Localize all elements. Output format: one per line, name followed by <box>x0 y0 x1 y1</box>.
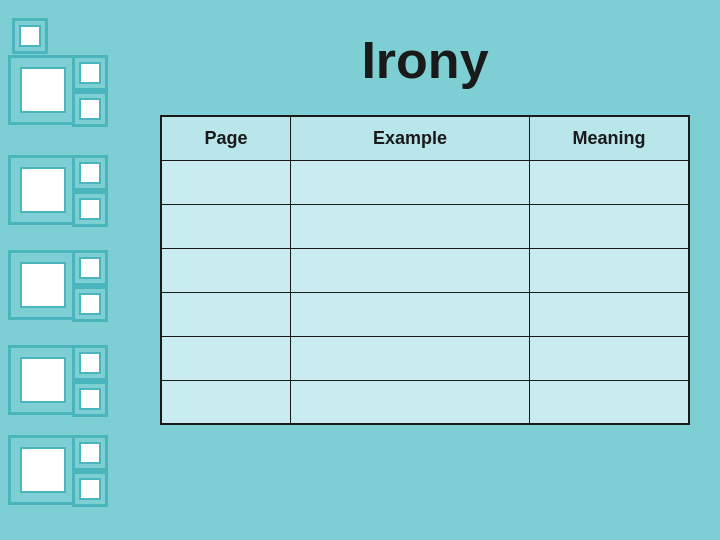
deco-small-1b <box>72 91 108 127</box>
cell-example <box>290 292 529 336</box>
deco-big-2 <box>8 155 78 225</box>
cell-page <box>161 248 290 292</box>
cell-page <box>161 380 290 424</box>
deco-small-4a <box>72 345 108 381</box>
deco-small-3b <box>72 286 108 322</box>
cell-example <box>290 160 529 204</box>
deco-square-inner <box>79 388 101 410</box>
deco-square-inner <box>20 167 66 213</box>
cell-meaning <box>530 336 690 380</box>
deco-square-outer <box>8 55 78 125</box>
deco-square-inner <box>79 198 101 220</box>
deco-square-outer <box>72 250 108 286</box>
deco-square-outer <box>72 471 108 507</box>
deco-square-inner <box>20 357 66 403</box>
cell-meaning <box>530 248 690 292</box>
table-row <box>161 336 689 380</box>
cell-page <box>161 292 290 336</box>
table-row <box>161 204 689 248</box>
deco-square-inner <box>79 162 101 184</box>
deco-square-inner <box>20 67 66 113</box>
cell-example <box>290 204 529 248</box>
deco-big-5 <box>8 435 78 505</box>
cell-example <box>290 380 529 424</box>
deco-square-outer <box>8 345 78 415</box>
table-row <box>161 248 689 292</box>
header-page: Page <box>161 116 290 160</box>
deco-square-outer <box>12 18 48 54</box>
cell-meaning <box>530 292 690 336</box>
deco-square-inner <box>79 478 101 500</box>
deco-big-1 <box>8 55 78 125</box>
deco-square-outer <box>72 345 108 381</box>
deco-square-outer <box>8 435 78 505</box>
deco-square-outer <box>72 191 108 227</box>
deco-small-5b <box>72 471 108 507</box>
header-example: Example <box>290 116 529 160</box>
header-meaning: Meaning <box>530 116 690 160</box>
deco-square-inner <box>79 352 101 374</box>
main-content: Irony Page Example Meaning <box>130 0 720 540</box>
deco-big-4 <box>8 345 78 415</box>
deco-square-outer <box>8 250 78 320</box>
cell-meaning <box>530 160 690 204</box>
deco-small-4b <box>72 381 108 417</box>
deco-square-outer <box>72 435 108 471</box>
deco-square-outer <box>72 55 108 91</box>
deco-small-3a <box>72 250 108 286</box>
deco-small-5a <box>72 435 108 471</box>
deco-square-outer <box>72 286 108 322</box>
cell-example <box>290 336 529 380</box>
irony-table: Page Example Meaning <box>160 115 690 425</box>
deco-square-outer <box>72 155 108 191</box>
cell-example <box>290 248 529 292</box>
cell-page <box>161 160 290 204</box>
deco-square-inner <box>79 442 101 464</box>
deco-square-outer <box>72 381 108 417</box>
table-row <box>161 292 689 336</box>
table-wrapper: Page Example Meaning <box>160 115 690 425</box>
deco-square-inner <box>20 447 66 493</box>
page-title: Irony <box>361 30 488 90</box>
table-header-row: Page Example Meaning <box>161 116 689 160</box>
cell-meaning <box>530 204 690 248</box>
table-row <box>161 380 689 424</box>
deco-square-outer <box>72 91 108 127</box>
deco-square-inner <box>19 25 41 47</box>
deco-square-inner <box>79 293 101 315</box>
deco-small-1a <box>72 55 108 91</box>
deco-small-2b <box>72 191 108 227</box>
deco-small-2a <box>72 155 108 191</box>
deco-group-1 <box>12 18 48 54</box>
deco-square-inner <box>79 98 101 120</box>
deco-square-inner <box>20 262 66 308</box>
deco-square-inner <box>79 62 101 84</box>
cell-meaning <box>530 380 690 424</box>
cell-page <box>161 336 290 380</box>
cell-page <box>161 204 290 248</box>
left-decoration <box>0 0 128 540</box>
deco-square-inner <box>79 257 101 279</box>
deco-square-outer <box>8 155 78 225</box>
deco-big-3 <box>8 250 78 320</box>
table-row <box>161 160 689 204</box>
